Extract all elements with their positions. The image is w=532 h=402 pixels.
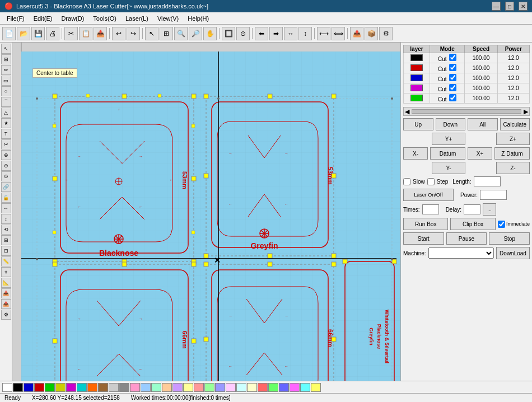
palette-color-swatch[interactable]	[162, 383, 172, 392]
toolbar-circle[interactable]: ⊙	[236, 27, 250, 40]
layer-speed-cell[interactable]: 100.00	[465, 94, 497, 104]
toolbar-node[interactable]: ⊞	[160, 27, 173, 40]
palette-color-swatch[interactable]	[119, 383, 129, 392]
palette-color-swatch[interactable]	[279, 383, 289, 392]
tool-rotate[interactable]: ⟲	[1, 225, 11, 235]
tool-pen[interactable]: ✏	[1, 65, 11, 75]
all-button[interactable]: All	[468, 118, 498, 130]
tool-ellipse[interactable]: ○	[1, 86, 11, 96]
palette-color-swatch[interactable]	[77, 383, 87, 392]
tool-select[interactable]: ↖	[1, 44, 11, 54]
tool-measure[interactable]: 📏	[1, 256, 11, 267]
tool-fit[interactable]: ⊙	[1, 171, 11, 181]
toolbar-copy[interactable]: 📋	[79, 27, 92, 40]
layer-color-cell[interactable]	[404, 83, 430, 94]
palette-color-swatch[interactable]	[55, 383, 66, 392]
menu-file[interactable]: File(F)	[2, 14, 29, 23]
tool-ungroup[interactable]: 🔓	[1, 193, 11, 203]
palette-color-swatch[interactable]	[215, 383, 225, 392]
layer-color-cell[interactable]	[404, 63, 430, 73]
times-input[interactable]: 1	[422, 204, 439, 214]
tool-cut[interactable]: ✂	[1, 139, 11, 149]
toolbar-zoom-in[interactable]: 🔍	[174, 27, 188, 40]
datum-button[interactable]: Datum	[430, 147, 465, 160]
palette-color-swatch[interactable]	[172, 383, 183, 392]
tool-zoom-in[interactable]: ⊕	[1, 150, 11, 160]
delay-more-button[interactable]: ...	[483, 203, 496, 216]
length-input[interactable]: 50.00	[474, 176, 501, 186]
tool-dist[interactable]: ⊡	[1, 246, 11, 256]
palette-color-swatch[interactable]	[290, 383, 300, 392]
layer-power-cell[interactable]: 12.0	[497, 83, 529, 94]
up-button[interactable]: Up	[403, 118, 433, 130]
layer-mode-cell[interactable]: Cut	[430, 53, 465, 63]
x-minus-button[interactable]: X-	[403, 147, 428, 160]
toolbar-undo[interactable]: ↩	[112, 27, 125, 40]
tool-polygon[interactable]: △	[1, 107, 11, 118]
tool-rect[interactable]: ▭	[1, 76, 11, 86]
pause-button[interactable]: Pause	[446, 232, 487, 245]
layer-color-cell[interactable]	[404, 73, 430, 83]
maximize-button[interactable]: □	[505, 2, 514, 11]
palette-color-swatch[interactable]	[13, 383, 23, 392]
close-button[interactable]: ✕	[519, 2, 528, 11]
layer-mode-check[interactable]	[449, 54, 456, 61]
toolbar-align-h[interactable]: ↔	[284, 27, 297, 40]
toolbar-select[interactable]: ↖	[145, 27, 158, 40]
tool-snap[interactable]: ⌗	[1, 267, 11, 277]
palette-color-swatch[interactable]	[2, 383, 12, 392]
toolbar-print[interactable]: 🖨	[46, 27, 59, 40]
tool-node-edit[interactable]: ⊞	[1, 54, 11, 64]
layer-mode-cell[interactable]: Cut	[430, 63, 465, 73]
toolbar-rect[interactable]: 🔲	[222, 27, 235, 40]
start-button[interactable]: Start	[403, 232, 444, 245]
power-input[interactable]: 45.00	[480, 190, 507, 200]
tool-layer[interactable]: 📐	[1, 278, 11, 288]
tool-text[interactable]: T	[1, 129, 11, 139]
panel-scrollbar[interactable]: ◀ ▶	[403, 107, 530, 116]
palette-color-swatch[interactable]	[268, 383, 278, 392]
toolbar-new[interactable]: 📄	[2, 27, 16, 40]
palette-color-swatch[interactable]	[109, 383, 119, 392]
tool-align[interactable]: ⊞	[1, 235, 11, 245]
tool-star[interactable]: ★	[1, 118, 11, 128]
tool-arc[interactable]: ⌒	[1, 97, 11, 107]
palette-color-swatch[interactable]	[183, 383, 193, 392]
down-button[interactable]: Down	[436, 118, 466, 130]
laser-on-off-button[interactable]: Laser On/Off	[403, 189, 454, 201]
toolbar-pan[interactable]: ✋	[203, 27, 217, 40]
layer-power-cell[interactable]: 12.0	[497, 63, 529, 73]
palette-color-swatch[interactable]	[66, 383, 76, 392]
palette-color-swatch[interactable]	[34, 383, 44, 392]
toolbar-mirror-h[interactable]: ⟷	[317, 27, 330, 40]
machine-select[interactable]	[428, 247, 494, 259]
minimize-button[interactable]: —	[492, 2, 501, 11]
layer-mode-check[interactable]	[449, 74, 456, 81]
tool-group[interactable]: 🔗	[1, 182, 11, 192]
stop-button[interactable]: Stop	[489, 232, 530, 245]
delay-input[interactable]: 0	[464, 204, 480, 214]
calculate-button[interactable]: Calculate	[500, 118, 530, 130]
palette-color-swatch[interactable]	[258, 383, 268, 392]
tool-export[interactable]: 📤	[1, 299, 11, 309]
palette-color-swatch[interactable]	[226, 383, 236, 392]
toolbar-output[interactable]: 📤	[350, 27, 363, 40]
palette-color-swatch[interactable]	[24, 383, 34, 392]
slow-checkbox[interactable]	[403, 178, 410, 185]
menu-laser[interactable]: Laser(L)	[121, 14, 153, 23]
tool-zoom-out[interactable]: ⊖	[1, 161, 11, 171]
toolbar-download[interactable]: 📦	[365, 27, 378, 40]
toolbar-save[interactable]: 💾	[31, 27, 45, 40]
menu-edit[interactable]: Edit(E)	[29, 14, 57, 23]
palette-color-swatch[interactable]	[130, 383, 140, 392]
palette-color-swatch[interactable]	[236, 383, 246, 392]
y-plus-button[interactable]: Y+	[432, 133, 465, 145]
palette-color-swatch[interactable]	[141, 383, 151, 392]
scroll-right[interactable]: ▶	[524, 108, 528, 115]
canvas-area[interactable]: Center to table	[21, 52, 400, 381]
menu-tools[interactable]: Tools(O)	[88, 14, 121, 23]
palette-color-swatch[interactable]	[87, 383, 97, 392]
tool-flip-h[interactable]: ↔	[1, 203, 11, 213]
layer-speed-cell[interactable]: 100.00	[465, 73, 497, 83]
z-plus-button[interactable]: Z+	[496, 133, 530, 145]
